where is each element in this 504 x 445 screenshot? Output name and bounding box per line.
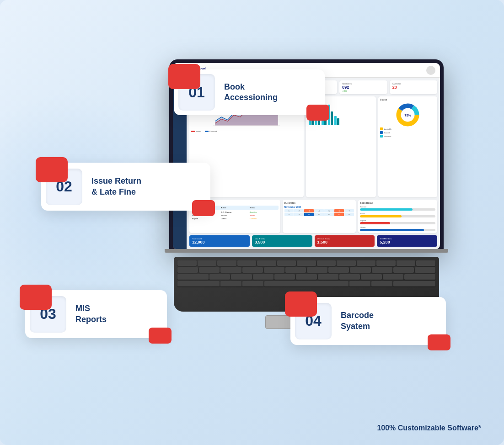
- key-r2-4: [242, 267, 263, 273]
- key-r2-2: [199, 267, 220, 273]
- cal-d1: 1: [284, 209, 294, 212]
- legend-2: Returned: [205, 130, 217, 132]
- cal-month: November 2024: [284, 206, 354, 208]
- prog-label-2: Maths: [360, 212, 435, 215]
- donut-color-2: [380, 131, 383, 134]
- donut-color-3: [380, 135, 383, 138]
- key-r3-9: [361, 274, 381, 280]
- action-card-2: New Arrivals 3,500: [252, 235, 312, 247]
- cal-d2: 2: [294, 209, 304, 212]
- key-r2-1: [177, 267, 198, 273]
- key-r3-8: [339, 274, 360, 280]
- key-11: [376, 260, 396, 266]
- action-value-3: 1,500: [317, 240, 372, 244]
- cal-d5: 5: [324, 209, 334, 212]
- prog-2: Maths: [360, 212, 435, 217]
- bar-4b: [331, 111, 333, 125]
- cal-d3: 3: [304, 209, 314, 212]
- key-6: [277, 260, 296, 266]
- key-12: [397, 260, 416, 266]
- key-8: [317, 260, 336, 266]
- prog-bar-bg-4: [360, 229, 435, 231]
- key-row-2: [177, 267, 435, 273]
- prog-1: Science: [360, 206, 435, 211]
- prog-bar-fill-2: [360, 215, 402, 217]
- key-spacebar: [264, 281, 349, 286]
- card-03-accent-right: [149, 328, 172, 344]
- cal-d10: 10: [304, 213, 314, 216]
- key-2: [198, 260, 217, 266]
- feature-card-01: 01 BookAccessioning: [174, 69, 325, 115]
- prog-bar-bg-1: [360, 208, 435, 211]
- keyboard-keys: [174, 257, 439, 290]
- chart-card-calendar: Due Dates November 2024 1 2 3 4: [283, 200, 356, 233]
- prog-label-3: English: [360, 219, 435, 222]
- cal-d8: 8: [284, 213, 294, 216]
- card-02-label: Issue Return& Late Fine: [87, 176, 150, 197]
- td-3-1: English: [192, 217, 220, 220]
- user-avatar: [426, 66, 435, 75]
- td-3-3: Overdue: [250, 217, 278, 220]
- key-r4-4: [349, 281, 370, 286]
- key-r3-6: [296, 274, 316, 280]
- key-r3-4: [253, 274, 273, 280]
- prog-3: English: [360, 219, 435, 224]
- key-9: [337, 260, 356, 266]
- stat-value-5: 23: [392, 85, 434, 90]
- legend-color-1: [191, 131, 195, 132]
- main-container: M MSchool EXPLORE BEYOND LIMITS: [0, 0, 504, 445]
- card-01-label: BookAccessioning: [220, 82, 287, 103]
- prog-label-1: Science: [360, 206, 435, 208]
- chart-card-progress: Book Recall Science: [358, 200, 437, 233]
- card-04-label: BarcodeSyatem: [336, 310, 383, 332]
- mini-calendar: November 2024 1 2 3 4 5 6: [284, 206, 354, 233]
- key-r3-10: [383, 274, 403, 280]
- bar-group-5: [334, 116, 339, 125]
- prog-bar-bg-2: [360, 215, 435, 217]
- key-r2-10: [372, 267, 392, 273]
- action-row: Total Issued 12,000 New Arrivals 3,500 O…: [189, 235, 437, 247]
- feature-card-02: 02 Issue Return& Late Fine: [41, 163, 210, 211]
- progress-list: Science Maths: [360, 206, 435, 231]
- legend-color-2: [205, 131, 209, 132]
- card-01-accent-top: [168, 64, 200, 89]
- card-03-label: MISReports: [71, 303, 116, 325]
- bar-5b: [337, 118, 339, 125]
- donut-legend-1: Available: [380, 127, 435, 130]
- cal-d4: 4: [314, 209, 324, 212]
- th-2: Author: [221, 207, 249, 209]
- key-13: [416, 260, 435, 266]
- action-value-4: 5,200: [380, 240, 434, 244]
- footer-text: 100% Customizable Software*: [377, 424, 481, 432]
- cal-d11: 11: [314, 213, 324, 216]
- td-1-2: R.D. Sharma: [221, 211, 249, 213]
- prog-4: History: [360, 226, 435, 231]
- key-r2-6: [285, 267, 306, 273]
- donut-legend: Available Issued Overdue: [380, 127, 435, 138]
- key-row-4: [177, 281, 435, 286]
- prog-label-4: History: [360, 226, 435, 228]
- prog-bar-fill-3: [360, 222, 390, 224]
- key-r3-11: [404, 274, 435, 280]
- prog-bar-fill-4: [360, 229, 424, 231]
- donut-legend-2: Issued: [380, 131, 435, 134]
- bar-5a: [334, 116, 337, 125]
- cal-title: Due Dates: [284, 201, 354, 204]
- key-7: [297, 260, 316, 266]
- key-r3-2: [209, 274, 230, 280]
- cal-d6: 6: [334, 209, 344, 212]
- card-04-label-text: BarcodeSyatem: [341, 311, 374, 330]
- chart-legend: Issued Returned: [191, 130, 302, 132]
- action-card-4: Total Members 5,200: [377, 235, 437, 247]
- donut-area: 75%: [380, 102, 435, 127]
- action-card-1: Total Issued 12,000: [189, 235, 250, 247]
- svg-text:75%: 75%: [405, 114, 412, 117]
- cal-d7: 7: [344, 209, 354, 212]
- key-r3-7: [318, 274, 338, 280]
- stat-sub-4: +8%: [342, 90, 384, 92]
- action-value-1: 12,000: [192, 240, 247, 244]
- donut-color-1: [380, 127, 383, 130]
- action-value-2: 3,500: [255, 240, 310, 244]
- stat-card-5: Overdue 23: [390, 80, 437, 94]
- card-01-label-text: BookAccessioning: [224, 82, 278, 102]
